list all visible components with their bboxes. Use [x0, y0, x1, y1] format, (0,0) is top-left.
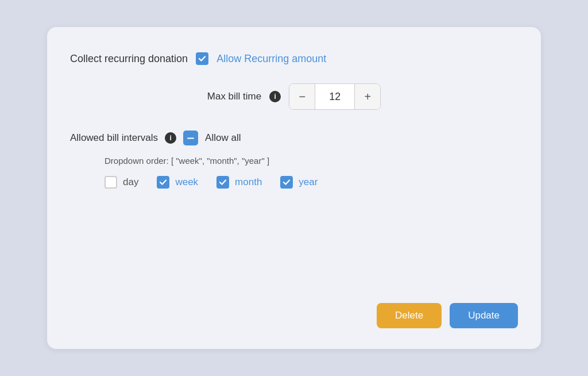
month-label: month — [235, 177, 262, 188]
allowed-bill-intervals-section: Allowed bill intervals i Allow all Dropd… — [70, 131, 518, 189]
day-label: day — [123, 177, 138, 188]
intervals-top-row: Allowed bill intervals i Allow all — [70, 131, 518, 145]
settings-card: Collect recurring donation Allow Recurri… — [47, 27, 541, 349]
intervals-info-icon[interactable]: i — [165, 132, 176, 144]
checkbox-item-week: week — [157, 176, 198, 189]
checkmark-icon — [198, 55, 206, 63]
max-bill-stepper: − 12 + — [289, 83, 381, 110]
checkbox-item-month: month — [216, 176, 262, 189]
checkbox-item-year: year — [280, 176, 318, 189]
minus-icon — [187, 137, 194, 139]
delete-button[interactable]: Delete — [377, 303, 442, 328]
max-bill-time-label: Max bill time — [207, 91, 261, 102]
interval-checkboxes: day week month — [105, 176, 518, 189]
month-checkbox[interactable] — [216, 176, 229, 189]
allow-all-button[interactable] — [183, 131, 198, 145]
collect-recurring-label: Collect recurring donation — [70, 53, 188, 65]
allowed-bill-intervals-label: Allowed bill intervals — [70, 132, 158, 144]
max-bill-value: 12 — [315, 84, 355, 109]
dropdown-order-text: Dropdown order: [ "week", "month", "year… — [105, 156, 518, 166]
allow-recurring-link[interactable]: Allow Recurring amount — [216, 53, 326, 65]
year-label: year — [299, 177, 318, 188]
collect-recurring-row: Collect recurring donation Allow Recurri… — [70, 52, 518, 65]
year-checkbox[interactable] — [280, 176, 293, 189]
week-checkbox[interactable] — [157, 176, 169, 189]
year-checkmark-icon — [283, 178, 291, 186]
svg-rect-0 — [187, 137, 194, 139]
bottom-actions: Delete Update — [70, 280, 518, 328]
allow-all-label: Allow all — [205, 132, 241, 144]
increment-button[interactable]: + — [355, 84, 380, 109]
max-bill-time-row: Max bill time i − 12 + — [70, 83, 518, 110]
decrement-button[interactable]: − — [289, 84, 315, 109]
day-checkbox[interactable] — [105, 176, 117, 189]
month-checkmark-icon — [219, 178, 227, 186]
max-bill-info-icon[interactable]: i — [269, 91, 281, 102]
week-checkmark-icon — [159, 178, 167, 186]
week-label: week — [175, 177, 198, 188]
checkbox-item-day: day — [105, 176, 138, 189]
collect-recurring-checkbox[interactable] — [196, 52, 208, 65]
update-button[interactable]: Update — [450, 303, 518, 328]
